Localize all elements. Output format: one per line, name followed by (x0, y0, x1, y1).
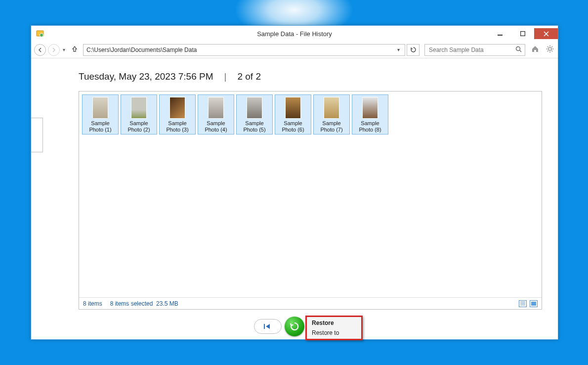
svg-point-6 (516, 46, 520, 50)
thumbnail-grid: Sample Photo (1) Sample Photo (2) Sample… (79, 91, 542, 297)
file-label: Sample (84, 120, 117, 127)
file-label: Sample (161, 120, 194, 127)
window-controls (489, 28, 558, 39)
file-label: Photo (5) (238, 127, 271, 133)
svg-point-1 (40, 34, 43, 37)
svg-rect-3 (521, 32, 525, 36)
search-input[interactable] (428, 46, 515, 54)
file-label: Photo (4) (199, 127, 233, 133)
refresh-button[interactable] (407, 44, 420, 56)
item-count: 8 items (83, 300, 102, 307)
version-header: Tuesday, May 23, 2023 7:56 PM | 2 of 2 (79, 71, 553, 82)
svg-point-8 (548, 47, 551, 50)
address-dropdown-icon[interactable]: ▾ (395, 47, 402, 52)
file-label: Photo (6) (276, 127, 310, 133)
view-large-icon[interactable] (530, 300, 538, 307)
file-label: Photo (2) (122, 127, 156, 133)
app-icon (34, 28, 46, 40)
home-icon[interactable] (530, 45, 540, 54)
thumbnail-icon (324, 97, 339, 119)
search-icon[interactable] (515, 46, 522, 54)
svg-line-7 (520, 50, 522, 52)
restore-button[interactable] (285, 317, 304, 336)
file-label: Photo (7) (315, 127, 348, 133)
left-pane-stub (31, 118, 43, 152)
thumbnail-icon (92, 97, 108, 119)
menu-restore-to[interactable]: Restore to (308, 328, 360, 338)
separator: | (224, 71, 227, 82)
version-timestamp: Tuesday, May 23, 2023 7:56 PM (79, 71, 213, 82)
up-button[interactable] (68, 46, 81, 54)
svg-rect-17 (264, 324, 265, 329)
view-details-icon[interactable] (519, 300, 527, 307)
previous-version-button[interactable] (254, 319, 282, 334)
history-dropdown-icon[interactable]: ▾ (62, 47, 66, 52)
file-item[interactable]: Sample Photo (7) (313, 94, 350, 135)
search-box[interactable] (424, 44, 525, 56)
file-item[interactable]: Sample Photo (6) (275, 94, 311, 135)
context-menu: Restore Restore to (305, 316, 363, 340)
file-item[interactable]: Sample Photo (4) (198, 94, 234, 135)
file-label: Sample (276, 120, 310, 127)
bottom-controls (31, 314, 558, 339)
svg-line-14 (551, 50, 552, 51)
svg-line-16 (551, 46, 552, 47)
thumbnail-icon (285, 97, 301, 119)
thumbnail-icon (131, 97, 147, 119)
selection-size: 23.5 MB (156, 300, 178, 307)
file-item[interactable]: Sample Photo (8) (352, 94, 388, 135)
file-list-box: Sample Photo (1) Sample Photo (2) Sample… (79, 91, 542, 310)
file-label: Photo (8) (353, 127, 387, 133)
file-history-window: Sample Data - File History ▾ C:\Users\Jo… (31, 25, 558, 340)
selection-count: 8 items selected (110, 300, 153, 307)
file-item[interactable]: Sample Photo (2) (121, 94, 157, 135)
svg-rect-2 (498, 35, 503, 36)
gear-icon[interactable] (545, 45, 555, 54)
file-item[interactable]: Sample Photo (1) (82, 94, 119, 135)
version-page: 2 of 2 (237, 71, 261, 82)
file-label: Sample (199, 120, 233, 127)
menu-restore[interactable]: Restore (308, 318, 360, 328)
maximize-button[interactable] (511, 28, 534, 39)
address-bar[interactable]: C:\Users\Jordan\Documents\Sample Data ▾ (83, 44, 405, 56)
file-item[interactable]: Sample Photo (3) (159, 94, 196, 135)
status-bar: 8 items 8 items selected 23.5 MB (79, 297, 542, 309)
file-label: Photo (3) (161, 127, 194, 133)
window-title: Sample Data - File History (31, 30, 558, 38)
file-label: Sample (122, 120, 156, 127)
file-label: Sample (238, 120, 271, 127)
svg-line-15 (547, 50, 548, 51)
minimize-button[interactable] (489, 28, 511, 39)
address-path: C:\Users\Jordan\Documents\Sample Data (86, 46, 197, 53)
back-button[interactable] (34, 44, 46, 56)
file-label: Photo (1) (84, 127, 117, 133)
file-item[interactable]: Sample Photo (5) (236, 94, 273, 135)
thumbnail-icon (208, 97, 224, 119)
forward-button[interactable] (48, 44, 60, 56)
file-label: Sample (315, 120, 348, 127)
titlebar: Sample Data - File History (31, 26, 558, 42)
thumbnail-icon (247, 97, 262, 119)
close-button[interactable] (534, 28, 558, 39)
thumbnail-icon (362, 97, 378, 119)
svg-line-13 (547, 46, 548, 47)
content-area: Tuesday, May 23, 2023 7:56 PM | 2 of 2 S… (31, 58, 558, 314)
file-label: Sample (353, 120, 387, 127)
navbar: ▾ C:\Users\Jordan\Documents\Sample Data … (31, 42, 558, 58)
thumbnail-icon (169, 97, 185, 119)
